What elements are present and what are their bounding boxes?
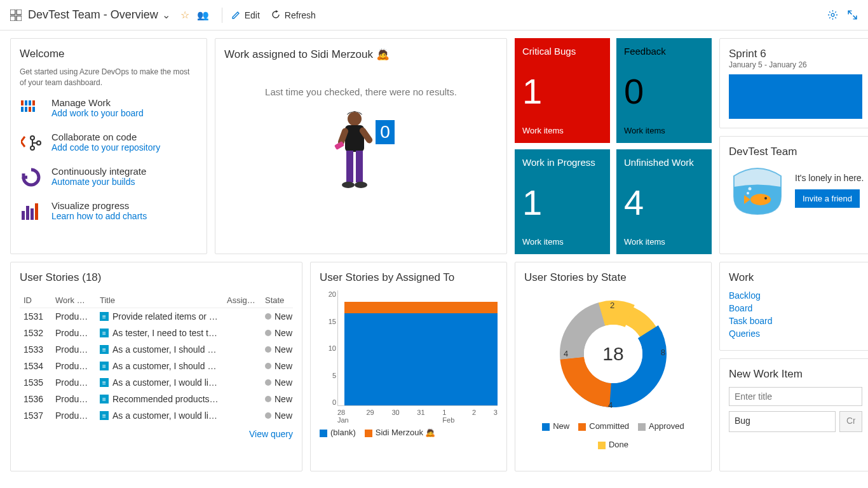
cell-worktype: Produ… xyxy=(55,377,100,388)
state-dot-icon xyxy=(265,412,271,419)
link-queries[interactable]: Queries xyxy=(729,329,862,339)
link-board[interactable]: Board xyxy=(729,303,862,313)
cell-id: 1531 xyxy=(24,311,55,322)
edit-button[interactable]: Edit xyxy=(231,10,260,20)
table-row[interactable]: 1532 Produ… ≡As tester, I need to test t… xyxy=(20,325,293,341)
svg-rect-7 xyxy=(29,100,31,105)
legend-label-approved: Approved xyxy=(649,421,684,431)
board-icon xyxy=(20,97,43,120)
series-sidi xyxy=(344,302,498,313)
table-row[interactable]: 1537 Produ… ≡As a customer, I would li… … xyxy=(20,407,293,424)
sprint-dates: January 5 - January 26 xyxy=(729,60,862,69)
table-row[interactable]: 1536 Produ… ≡Recommended products… New xyxy=(20,391,293,407)
state-dot-icon xyxy=(265,363,271,369)
legend-swatch-sidi xyxy=(365,430,372,437)
link-backlog[interactable]: Backlog xyxy=(729,290,862,301)
new-item-type-select[interactable]: Bug xyxy=(729,411,836,432)
tile-value: 4 xyxy=(624,185,704,220)
svg-point-4 xyxy=(831,13,834,17)
invite-friend-button[interactable]: Invite a friend xyxy=(795,189,860,208)
assigned-work-card: Work assigned to Sidi Merzouk 🙇 Last tim… xyxy=(215,38,507,254)
work-links-title: Work xyxy=(729,271,862,284)
legend-label-new: New xyxy=(553,421,569,431)
tile-sub: Work items xyxy=(522,237,602,247)
tile-critical-bugs[interactable]: Critical Bugs 1 Work items xyxy=(515,38,610,143)
tile-title: Work in Progress xyxy=(522,157,602,168)
team-title: DevTest Team xyxy=(729,146,862,158)
cell-id: 1535 xyxy=(24,377,55,388)
table-row[interactable]: 1534 Produ… ≡As a customer, I should … N… xyxy=(20,358,293,374)
link-taskboard[interactable]: Task board xyxy=(729,316,862,326)
sprint-card[interactable]: Sprint 6 January 5 - January 26 xyxy=(719,38,868,128)
fishbowl-icon xyxy=(729,165,786,215)
svg-rect-18 xyxy=(31,208,34,220)
welcome-item-link[interactable]: Add work to your board xyxy=(51,108,144,118)
svg-rect-1 xyxy=(17,10,22,15)
chart-assigned-card: User Stories by Assigned To 20151050 28J… xyxy=(310,262,507,471)
welcome-item-manage-work: Manage Work Add work to your board xyxy=(20,97,198,120)
tile-work-in-progress[interactable]: Work in Progress 1 Work items xyxy=(515,149,610,254)
welcome-item-link[interactable]: Add code to your repository xyxy=(51,142,160,152)
new-item-title-input[interactable] xyxy=(729,387,862,406)
table-row[interactable]: 1533 Produ… ≡As a customer, I should … N… xyxy=(20,341,293,358)
assigned-count: 0 xyxy=(380,122,390,142)
svg-point-15 xyxy=(37,141,41,145)
work-item-icon: ≡ xyxy=(100,345,109,354)
work-item-icon: ≡ xyxy=(100,411,109,420)
dashboard-title[interactable]: DevTest Team - Overview xyxy=(28,8,158,22)
cell-state: New xyxy=(265,361,303,371)
donut-label-new: 8 xyxy=(661,348,665,357)
tile-sub: Work items xyxy=(624,126,704,135)
table-row[interactable]: 1531 Produ… ≡Provide related items or … … xyxy=(20,308,293,325)
new-item-title: New Work Item xyxy=(729,368,862,381)
col-title[interactable]: Title xyxy=(100,295,227,305)
donut-label-committed: 4 xyxy=(608,400,613,410)
chevron-down-icon[interactable]: ⌄ xyxy=(162,9,170,21)
svg-rect-9 xyxy=(21,107,24,112)
legend-swatch-done xyxy=(598,442,606,449)
welcome-item-link[interactable]: Automate your builds xyxy=(51,177,146,187)
cell-title: ≡Provide related items or … xyxy=(100,311,227,322)
settings-icon[interactable] xyxy=(827,10,838,20)
create-button[interactable]: Create xyxy=(839,411,862,432)
cell-id: 1534 xyxy=(24,361,55,371)
cell-state: New xyxy=(265,328,303,338)
cell-title: ≡As tester, I need to test t… xyxy=(100,328,227,338)
svg-rect-27 xyxy=(356,151,363,182)
y-axis: 20151050 xyxy=(320,290,336,406)
svg-rect-17 xyxy=(26,206,29,220)
legend-label-blank: (blank) xyxy=(330,428,356,437)
svg-rect-8 xyxy=(32,100,35,105)
svg-point-21 xyxy=(348,112,362,126)
col-worktype[interactable]: Work … xyxy=(55,295,100,305)
table-row[interactable]: 1535 Produ… ≡As a customer, I would li… … xyxy=(20,374,293,391)
legend-swatch-new xyxy=(542,423,550,431)
view-query-link[interactable]: View query xyxy=(20,429,293,439)
col-id[interactable]: ID xyxy=(24,295,55,305)
tile-unfinished-work[interactable]: Unfinished Work 4 Work items xyxy=(616,149,712,254)
refresh-button[interactable]: Refresh xyxy=(271,10,316,20)
team-icon[interactable]: 👥 xyxy=(197,10,209,21)
svg-rect-19 xyxy=(35,203,38,220)
welcome-item-link[interactable]: Learn how to add charts xyxy=(51,211,147,221)
col-assigned[interactable]: Assig… xyxy=(227,295,265,305)
edit-label: Edit xyxy=(245,10,260,20)
fullscreen-icon[interactable] xyxy=(847,10,858,20)
new-work-item-card: New Work Item Bug Create xyxy=(719,358,868,471)
svg-point-33 xyxy=(749,187,752,191)
tile-feedback[interactable]: Feedback 0 Work items xyxy=(616,38,712,143)
tile-value: 0 xyxy=(624,74,704,109)
welcome-card: Welcome Get started using Azure DevOps t… xyxy=(10,38,207,254)
chart-assigned-legend: (blank) Sidi Merzouk 🙇 xyxy=(320,428,498,437)
favorite-icon[interactable]: ☆ xyxy=(180,9,189,21)
cell-state: New xyxy=(265,377,303,388)
legend-swatch-committed xyxy=(578,423,586,431)
work-links-card: Work Backlog Board Task board Queries xyxy=(719,262,868,351)
cell-worktype: Produ… xyxy=(55,311,100,322)
svg-rect-5 xyxy=(21,100,24,105)
svg-point-31 xyxy=(764,197,767,200)
tile-title: Critical Bugs xyxy=(522,46,602,57)
user-stories-card: User Stories (18) ID Work … Title Assig…… xyxy=(10,262,302,471)
col-state[interactable]: State xyxy=(265,295,303,305)
refresh-icon xyxy=(271,10,281,20)
